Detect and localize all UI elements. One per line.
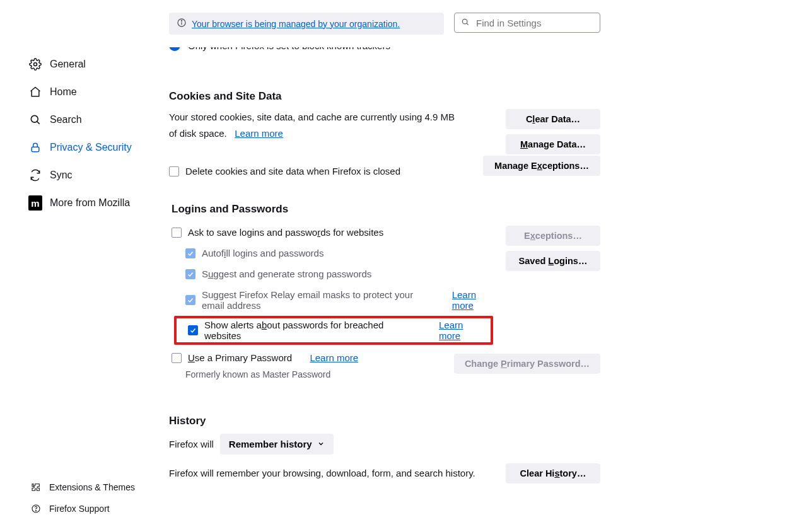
cut-radio-label: Only when Firefox is set to block known … <box>188 47 390 51</box>
cookies-heading: Cookies and Site Data <box>169 90 600 103</box>
history-mode-select[interactable]: Remember history <box>220 434 334 454</box>
sync-icon <box>28 168 42 182</box>
sidebar-item-more-mozilla[interactable]: m More from Mozilla <box>0 189 159 217</box>
svg-point-5 <box>35 511 36 511</box>
sidebar-item-label: Home <box>50 86 77 98</box>
sidebar-item-general[interactable]: General <box>0 50 159 78</box>
change-primary-password-button[interactable]: Change Primary Password… <box>454 354 600 374</box>
breach-learn-more[interactable]: Learn more <box>439 320 487 341</box>
cookies-desc: Your stored cookies, site data, and cach… <box>169 112 455 139</box>
lock-icon <box>28 141 42 154</box>
autofill-label: Autofill logins and passwords <box>202 248 323 258</box>
svg-point-9 <box>462 19 467 24</box>
history-desc: Firefox will remember your browsing, dow… <box>169 465 475 482</box>
ask-save-logins-label: Ask to save logins and passwords for web… <box>188 227 383 238</box>
breach-alerts-label: Show alerts about passwords for breached… <box>204 320 421 341</box>
primary-learn-more[interactable]: Learn more <box>310 352 358 363</box>
suggest-strong-label: Suggest and generate strong passwords <box>202 269 371 279</box>
gear-icon <box>28 57 42 71</box>
help-icon <box>30 503 42 514</box>
svg-rect-3 <box>32 147 39 152</box>
sidebar-item-extensions[interactable]: Extensions & Themes <box>0 477 159 498</box>
info-icon <box>177 18 187 30</box>
svg-line-10 <box>467 23 469 25</box>
breach-alerts-highlight: Show alerts about passwords for breached… <box>174 316 493 345</box>
relay-learn-more[interactable]: Learn more <box>452 289 493 311</box>
org-managed-banner: Your browser is being managed by your or… <box>169 13 444 35</box>
radio-selected-icon[interactable] <box>169 47 180 51</box>
mozilla-icon: m <box>28 196 42 210</box>
sidebar-item-search[interactable]: Search <box>0 106 159 134</box>
settings-search[interactable] <box>454 13 600 33</box>
sidebar-item-support[interactable]: Firefox Support <box>0 498 159 519</box>
sidebar-item-label: Firefox Support <box>49 504 110 514</box>
org-managed-link[interactable]: Your browser is being managed by your or… <box>192 19 400 29</box>
sidebar-item-privacy[interactable]: Privacy & Security <box>0 134 159 161</box>
search-icon <box>28 113 42 127</box>
manage-exceptions-button[interactable]: Manage Exceptions… <box>483 156 600 176</box>
manage-data-button[interactable]: Manage Data… <box>506 134 600 154</box>
svg-point-8 <box>181 20 182 21</box>
saved-logins-button[interactable]: Saved Logins… <box>506 251 600 271</box>
settings-search-input[interactable] <box>475 17 597 29</box>
delete-cookies-label: Delete cookies and site data when Firefo… <box>185 166 400 176</box>
svg-line-2 <box>37 122 40 124</box>
relay-label: Suggest Firefox Relay email masks to pro… <box>202 289 434 311</box>
relay-checkbox[interactable] <box>185 295 195 305</box>
puzzle-icon <box>30 482 42 493</box>
cut-off-row: Only when Firefox is set to block known … <box>169 47 600 64</box>
ask-save-logins-checkbox[interactable] <box>172 228 182 238</box>
sidebar-item-sync[interactable]: Sync <box>0 161 159 189</box>
login-exceptions-button[interactable]: Exceptions… <box>506 226 600 246</box>
search-icon <box>461 18 470 28</box>
suggest-strong-checkbox[interactable] <box>185 269 195 279</box>
sidebar-item-label: More from Mozilla <box>50 197 130 209</box>
svg-point-0 <box>34 63 37 66</box>
autofill-checkbox[interactable] <box>185 248 195 258</box>
history-heading: History <box>169 415 600 427</box>
logins-heading: Logins and Passwords <box>172 203 600 216</box>
home-icon <box>28 85 42 99</box>
delete-cookies-checkbox[interactable] <box>169 166 179 176</box>
sidebar-item-home[interactable]: Home <box>0 78 159 106</box>
svg-point-1 <box>31 115 38 122</box>
sidebar-item-label: Privacy & Security <box>50 142 132 153</box>
history-firefox-will-label: Firefox will <box>169 439 214 449</box>
sidebar-item-label: Extensions & Themes <box>49 482 135 492</box>
sidebar-item-label: Sync <box>50 170 73 181</box>
breach-alerts-checkbox[interactable] <box>188 325 198 335</box>
sidebar-item-label: General <box>50 59 86 70</box>
primary-password-label: Use a Primary Password <box>188 352 292 363</box>
primary-password-note: Formerly known as Master Password <box>169 369 358 379</box>
clear-history-button[interactable]: Clear History… <box>506 463 600 483</box>
primary-password-checkbox[interactable] <box>172 353 182 363</box>
cookies-learn-more[interactable]: Learn more <box>235 128 283 139</box>
sidebar-item-label: Search <box>50 114 82 125</box>
chevron-down-icon <box>317 439 325 449</box>
clear-data-button[interactable]: Clear Data… <box>506 109 600 129</box>
